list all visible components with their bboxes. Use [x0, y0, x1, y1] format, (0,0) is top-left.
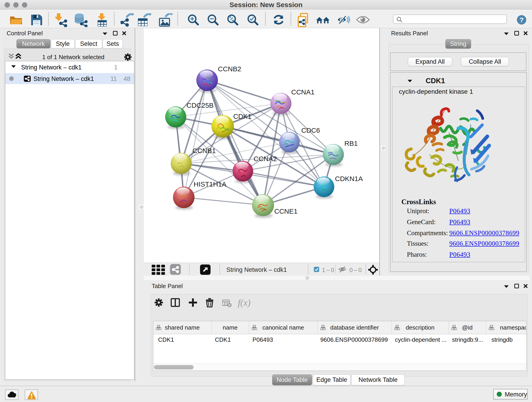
svg-text:CCNE1: CCNE1 — [274, 207, 298, 215]
svg-text:CDKN1A: CDKN1A — [335, 175, 363, 182]
svg-text:CCNB1: CCNB1 — [192, 147, 216, 154]
svg-text:HIST1H1A: HIST1H1A — [194, 180, 226, 188]
svg-text:CDC25B: CDC25B — [186, 102, 214, 109]
svg-text:CDC6: CDC6 — [301, 127, 320, 134]
svg-text:CCNB2: CCNB2 — [218, 65, 241, 73]
svg-text:CDK1: CDK1 — [233, 113, 252, 120]
svg-text:CCNA2: CCNA2 — [254, 155, 277, 162]
svg-text:CCNA1: CCNA1 — [291, 88, 315, 96]
svg-text:RB1: RB1 — [344, 140, 358, 147]
